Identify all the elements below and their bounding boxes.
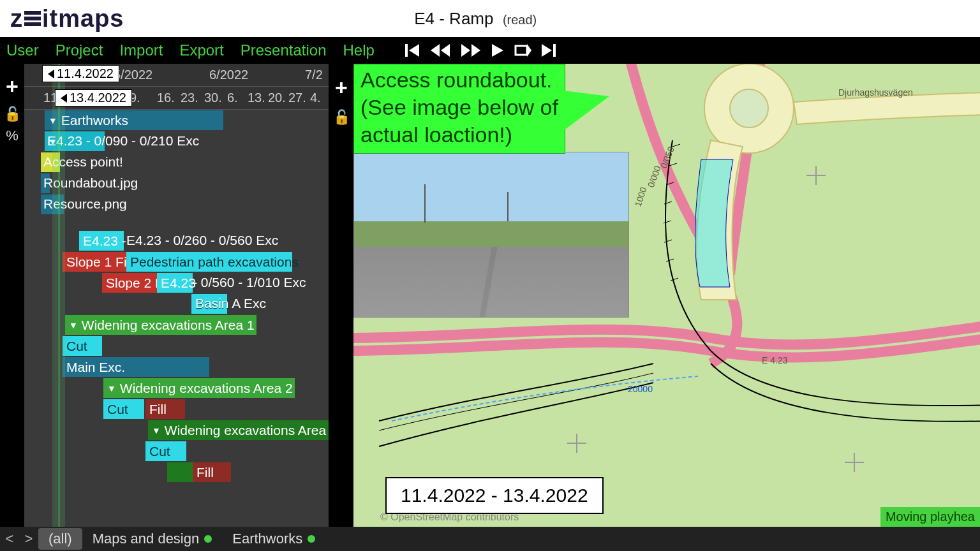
tab-earthworks[interactable]: Earthworks bbox=[222, 528, 325, 550]
task-label: Fill bbox=[197, 465, 214, 480]
task-bar[interactable]: Slope 1 Fill bbox=[63, 252, 126, 272]
task-bar[interactable]: E4.23 bbox=[157, 273, 193, 293]
svg-marker-3 bbox=[441, 44, 450, 57]
fast-forward-icon[interactable] bbox=[460, 42, 482, 59]
gantt-area[interactable]: 4/20225/20226/20227/2 11.18.25.2.9.16.23… bbox=[24, 64, 329, 527]
loop-icon[interactable] bbox=[514, 42, 531, 59]
skip-start-icon[interactable] bbox=[404, 42, 420, 59]
task-label: Cut bbox=[149, 444, 170, 459]
task-bar[interactable] bbox=[167, 462, 193, 482]
menu-user[interactable]: User bbox=[6, 41, 39, 59]
task-label: Widening excavations Area 1 bbox=[82, 318, 255, 333]
task-bar[interactable]: Fill bbox=[145, 399, 185, 419]
task-bar[interactable]: Widening excavations Area 1 bbox=[65, 315, 256, 335]
task-label: Cut bbox=[107, 402, 128, 417]
chevron-left-icon bbox=[61, 94, 67, 103]
menu-presentation[interactable]: Presentation bbox=[241, 41, 327, 59]
task-label: Basin A Exc bbox=[195, 296, 266, 311]
day-tick: 20. bbox=[268, 91, 286, 105]
task-row: Access point! bbox=[24, 152, 329, 173]
task-bar[interactable]: E4.23 - bbox=[79, 231, 124, 251]
play-icon[interactable] bbox=[491, 42, 505, 59]
task-bar[interactable]: Widening excavations Area 2 bbox=[103, 378, 295, 398]
percent-icon[interactable]: % bbox=[0, 128, 24, 144]
day-tick: 6. bbox=[227, 91, 238, 105]
task-bar[interactable]: Cut bbox=[63, 336, 102, 356]
task-row: Cut bbox=[24, 441, 329, 462]
map-gutter: + 🔓 bbox=[329, 64, 353, 527]
task-row: Widening excavations Area 3 bbox=[24, 420, 329, 441]
logo-text-a: z bbox=[10, 5, 23, 33]
task-bar[interactable]: Widening excavations Area 3 bbox=[148, 420, 329, 440]
task-bar[interactable]: Cut bbox=[145, 441, 186, 461]
svg-marker-6 bbox=[492, 44, 503, 57]
status-dot-icon bbox=[204, 535, 212, 543]
tab-maps[interactable]: Maps and design bbox=[82, 528, 223, 550]
chevron-left-icon bbox=[48, 70, 54, 78]
svg-rect-7 bbox=[516, 46, 527, 55]
skip-end-icon[interactable] bbox=[540, 42, 557, 59]
task-label: Widening excavations Area 2 bbox=[120, 381, 293, 396]
task-row: Cut bbox=[24, 335, 329, 356]
task-row: Earthworks bbox=[24, 110, 329, 131]
playhead[interactable] bbox=[52, 64, 65, 527]
playhead-end-chip[interactable]: 13.4.2022 bbox=[55, 89, 132, 107]
document-title: E4 - Ramp (read) bbox=[124, 9, 827, 29]
task-row: Roundabout.jpg bbox=[24, 173, 329, 194]
task-bar[interactable]: Slope 2 F bbox=[102, 273, 157, 293]
lock-icon[interactable]: 🔓 bbox=[0, 106, 24, 122]
task-row: E4.23 -E4.23 - 0/260 - 0/560 Exc bbox=[24, 230, 329, 251]
task-label: E4.23 - bbox=[83, 233, 126, 249]
map-callout[interactable]: Access roundabout.(See image below ofact… bbox=[353, 64, 565, 154]
month-tick: 6/2022 bbox=[209, 68, 248, 82]
map-canvas[interactable]: Djurhagshusvägen bbox=[353, 64, 980, 527]
status-dot-icon bbox=[308, 535, 315, 543]
menu-export[interactable]: Export bbox=[179, 41, 223, 59]
day-tick: 27. bbox=[288, 91, 306, 105]
task-row: Widening excavations Area 1 bbox=[24, 314, 329, 335]
task-row: Fill bbox=[24, 462, 329, 483]
design-label: E 4.23 bbox=[762, 355, 788, 365]
task-label: E4.23 - 0/090 - 0/210 Exc bbox=[47, 133, 199, 149]
tab-all[interactable]: (all) bbox=[38, 528, 82, 550]
day-tick: 13. bbox=[248, 91, 265, 105]
chainage-label: 20000 bbox=[628, 384, 653, 394]
menu-help[interactable]: Help bbox=[343, 41, 375, 59]
tab-maps-label: Maps and design bbox=[93, 531, 200, 547]
day-tick: 30. bbox=[204, 91, 222, 105]
callout-tail-icon bbox=[558, 90, 609, 135]
road-label: Djurhagshusvägen bbox=[838, 87, 913, 98]
tabs-prev[interactable]: < bbox=[0, 531, 19, 547]
playhead-start-chip[interactable]: 11.4.2022 bbox=[42, 65, 119, 82]
add-map-button[interactable]: + bbox=[329, 75, 353, 100]
map-lock-icon[interactable]: 🔓 bbox=[329, 109, 353, 126]
logo-text-b: itmaps bbox=[42, 5, 124, 33]
task-label: Slope 2 F bbox=[106, 276, 163, 291]
rewind-icon[interactable] bbox=[429, 42, 451, 59]
chip-start-text: 11.4.2022 bbox=[57, 66, 114, 80]
task-bar[interactable]: Main Exc. bbox=[63, 357, 209, 377]
task-row: Slope 2 FE4.23 - 0/560 - 1/010 Exc bbox=[24, 272, 329, 293]
menu-import[interactable]: Import bbox=[119, 41, 163, 59]
task-bar[interactable]: Cut bbox=[103, 399, 144, 419]
svg-marker-4 bbox=[461, 44, 470, 57]
status-pill: Moving playhea bbox=[880, 507, 980, 527]
task-row: Widening excavations Area 2 bbox=[24, 378, 329, 399]
add-task-button[interactable]: + bbox=[0, 75, 24, 97]
task-row: Slope 1 FillPedestrian path excavations bbox=[24, 251, 329, 272]
tabs-next[interactable]: > bbox=[19, 531, 38, 547]
svg-marker-1 bbox=[409, 44, 419, 57]
embedded-photo[interactable] bbox=[353, 152, 629, 318]
task-label: - 0/560 - 1/010 Exc bbox=[193, 275, 306, 290]
title-bar: z itmaps E4 - Ramp (read) bbox=[0, 0, 980, 37]
tab-strip: < > (all) Maps and design Earthworks bbox=[0, 527, 980, 551]
task-bar[interactable]: Fill bbox=[193, 462, 231, 482]
chip-end-text: 13.4.2022 bbox=[70, 91, 126, 105]
menu-project[interactable]: Project bbox=[56, 41, 103, 59]
callout-text: Access roundabout.(See image below ofact… bbox=[360, 68, 558, 147]
day-tick: 16. bbox=[157, 91, 175, 105]
task-bar[interactable]: Earthworks bbox=[45, 110, 223, 130]
task-bar[interactable]: Pedestrian path excavations bbox=[126, 252, 292, 272]
transport-controls bbox=[404, 42, 557, 59]
svg-marker-8 bbox=[527, 44, 531, 57]
